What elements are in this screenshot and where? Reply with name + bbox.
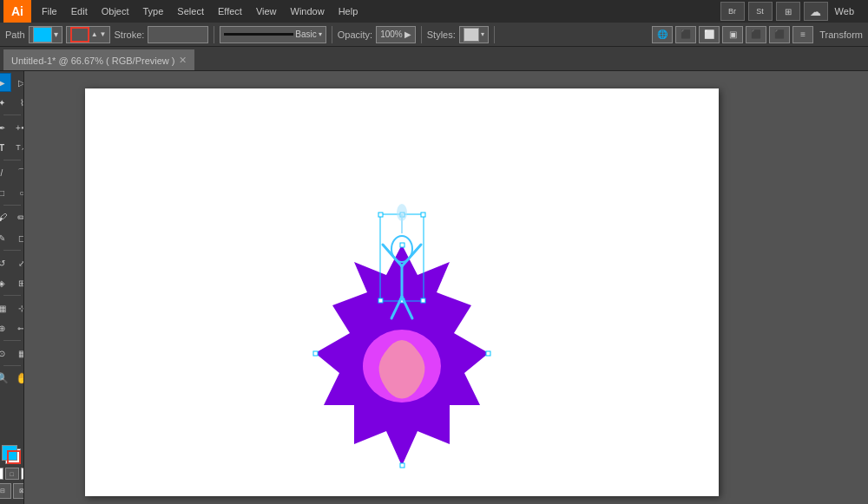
direct-selection-tool[interactable]: ▷	[12, 73, 24, 92]
rotate-tool[interactable]: ↺	[0, 253, 11, 272]
tab-bar: Untitled-1* @ 66.67% ( RGB/Preview ) ✕	[0, 47, 868, 71]
pen-tool[interactable]: ✒	[0, 118, 11, 137]
selection-tools-row: ▶ ▷	[0, 73, 24, 92]
line-row: / ⌒	[0, 163, 24, 182]
line-style-arrow: ▾	[319, 30, 322, 38]
sep-tools-1	[3, 115, 21, 115]
change-screen-btn[interactable]: ⊠	[13, 483, 25, 499]
doc-area: ▶ ▷ ✦ ⌇ ✒ +✒ T T↗ / ⌒ □ ○	[0, 71, 868, 504]
star-handle-right[interactable]	[486, 351, 490, 356]
toolbar-right: 🌐 ⬛ ⬜ ▣ ⬛ ⬛ ≡ Transform	[652, 26, 863, 43]
menu-edit[interactable]: Edit	[64, 0, 95, 23]
align-center-btn[interactable]: ▣	[722, 26, 743, 43]
graph-tool[interactable]: ▦	[12, 344, 24, 363]
paintbrush-tool[interactable]: 🖌	[0, 208, 11, 227]
tab-close-button[interactable]: ✕	[179, 55, 187, 66]
stroke-color-swatch[interactable]	[7, 450, 21, 464]
cloudsync-icon[interactable]: ☁	[804, 2, 828, 21]
type-tool[interactable]: T	[0, 138, 11, 157]
handle-br[interactable]	[421, 298, 425, 303]
wand-lasso-row: ✦ ⌇	[0, 93, 24, 112]
zoom-row: 🔍 ✋	[0, 369, 24, 388]
menu-window[interactable]: Window	[284, 0, 332, 23]
eyedropper-tool[interactable]: ⊕	[0, 318, 11, 337]
lasso-tool[interactable]: ⌇	[12, 93, 24, 112]
menu-type[interactable]: Type	[136, 0, 171, 23]
shaper-tool[interactable]: ✎	[0, 228, 11, 247]
canvas-area[interactable]	[24, 71, 868, 504]
rectangle-tool[interactable]: □	[0, 183, 11, 202]
styles-box[interactable]: ▾	[459, 26, 489, 43]
stroke-weight-input[interactable]	[148, 26, 208, 43]
selection-tool[interactable]: ▶	[0, 73, 11, 92]
menu-select[interactable]: Select	[170, 0, 211, 23]
measure-tool[interactable]: ⊶	[12, 318, 24, 337]
eraser-tool[interactable]: ◻	[12, 228, 24, 247]
star-handle-top[interactable]	[400, 243, 404, 247]
screen-mode-btn[interactable]: ⊟	[0, 483, 11, 499]
symbol-tool[interactable]: ⊙	[0, 344, 11, 363]
bars-icon-btn[interactable]: ≡	[792, 26, 813, 43]
star-handle-left[interactable]	[313, 351, 318, 356]
hand-tool[interactable]: ✋	[12, 369, 24, 388]
symbol-row: ⊙ ▦	[0, 344, 24, 363]
mesh-tool[interactable]: ⊹	[12, 298, 24, 317]
arrange-btn[interactable]: ⬛	[675, 26, 696, 43]
stroke-up-arrow[interactable]: ▲	[91, 30, 98, 38]
menu-view[interactable]: View	[249, 0, 284, 23]
color-icon[interactable]: □	[5, 468, 19, 480]
opacity-box[interactable]: 100% ▶	[376, 26, 416, 43]
free-transform-tool[interactable]: ⊞	[12, 273, 24, 292]
zoom-tool[interactable]: 🔍	[0, 369, 11, 388]
gradient-row: ▦ ⊹	[0, 298, 24, 317]
align-right-btn[interactable]: ⬛	[746, 26, 766, 43]
color-swatches	[2, 445, 23, 466]
line-tool[interactable]: /	[0, 163, 11, 182]
pen-row: ✒ +✒	[0, 118, 24, 137]
line-style-label: Basic	[295, 29, 316, 39]
globe-icon-btn[interactable]: 🌐	[652, 26, 673, 43]
line-preview	[224, 33, 293, 36]
pencil-tool[interactable]: ✏	[12, 208, 24, 227]
none-icon[interactable]: ⊘	[0, 468, 3, 480]
sep4	[494, 26, 495, 43]
transform-label: Transform	[819, 29, 863, 40]
sep1	[214, 26, 214, 43]
handle-tl[interactable]	[378, 213, 383, 217]
add-anchor-tool[interactable]: +✒	[12, 118, 24, 137]
ellipse-tool[interactable]: ○	[12, 183, 24, 202]
view-mode-row: ⊟ ⊠	[0, 483, 24, 499]
stroke-label: Stroke:	[114, 29, 144, 40]
menu-file[interactable]: File	[35, 0, 64, 23]
stroke-weight-field[interactable]	[152, 29, 204, 39]
gradient-tool[interactable]: ▦	[0, 298, 11, 317]
blend-tool[interactable]: ◈	[0, 273, 11, 292]
handle-tr[interactable]	[421, 213, 425, 217]
handle-bl[interactable]	[378, 298, 383, 303]
line-style-box[interactable]: Basic ▾	[220, 26, 326, 43]
stock-icon[interactable]: St	[748, 2, 773, 21]
workspace-icon[interactable]: ⊞	[776, 2, 800, 21]
sep-tools-4	[3, 250, 21, 251]
menu-object[interactable]: Object	[95, 0, 136, 23]
magic-wand-tool[interactable]: ✦	[0, 93, 11, 112]
stroke-swatch[interactable]	[70, 27, 89, 43]
fill-swatch[interactable]: ▾	[29, 26, 62, 43]
arc-tool[interactable]: ⌒	[12, 163, 24, 182]
opacity-value: 100%	[380, 29, 403, 39]
star-handle-bottom[interactable]	[400, 463, 404, 468]
scale-tool[interactable]: ⤢	[12, 253, 24, 272]
menu-help[interactable]: Help	[332, 0, 365, 23]
sep-tools-2	[3, 160, 21, 160]
styles-label: Styles:	[427, 29, 456, 40]
document-tab[interactable]: Untitled-1* @ 66.67% ( RGB/Preview ) ✕	[3, 49, 194, 70]
touch-type-tool[interactable]: T↗	[12, 138, 24, 157]
align-left-btn[interactable]: ⬜	[699, 26, 720, 43]
bridge-icon[interactable]: Br	[720, 2, 745, 21]
stroke-down-arrow[interactable]: ▼	[100, 30, 107, 38]
distribute-btn[interactable]: ⬛	[769, 26, 790, 43]
menu-effect[interactable]: Effect	[211, 0, 249, 23]
opacity-more[interactable]: ▶	[404, 29, 411, 39]
ai-logo: Ai	[3, 0, 31, 23]
fill-color-swatch[interactable]	[33, 27, 52, 43]
